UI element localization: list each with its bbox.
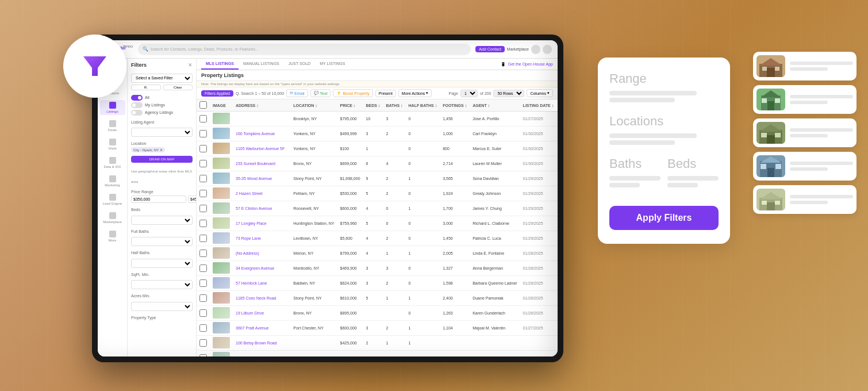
row-address[interactable]: 17 Longley Place — [233, 216, 290, 231]
row-checkbox[interactable] — [197, 216, 210, 231]
property-card-1[interactable] — [753, 52, 857, 80]
acres-select[interactable] — [131, 302, 193, 311]
row-checkbox[interactable] — [197, 112, 210, 126]
clear-filter-button[interactable]: Clear — [163, 85, 193, 90]
all-toggle[interactable]: All — [131, 95, 193, 101]
beds-select[interactable] — [131, 216, 193, 225]
half-baths-select[interactable] — [131, 259, 193, 268]
row-baths — [383, 141, 405, 156]
property-card-2[interactable] — [753, 85, 857, 114]
rows-select[interactable]: 50 Rows — [493, 90, 524, 97]
sqft-select[interactable] — [131, 280, 193, 289]
row-address[interactable]: 73 Rope Lane — [233, 231, 290, 246]
agency-listings-toggle-switch[interactable] — [131, 110, 143, 116]
tab-my-listings[interactable]: MY LISTINGS — [315, 59, 349, 70]
location-section: Location City - Nyack, NY ✕ DRAW ON MAP … — [131, 141, 193, 185]
row-address[interactable]: 226 Sunset Boulevard 12225 — [233, 351, 290, 357]
row-checkbox[interactable] — [197, 276, 210, 291]
row-checkbox[interactable] — [197, 141, 210, 156]
tab-just-sold[interactable]: JUST SOLD — [284, 59, 315, 70]
row-address[interactable]: 35-35 Wood Avenue — [233, 171, 290, 186]
row-footings: 1,450 — [440, 231, 470, 246]
row-address[interactable]: (No Address) — [233, 246, 290, 261]
columns-button[interactable]: Columns ▾ — [527, 89, 553, 97]
property-card-3[interactable] — [753, 118, 857, 147]
row-checkbox[interactable] — [197, 306, 210, 321]
sidebar-item-data[interactable]: Data & IDX — [100, 155, 125, 170]
row-address[interactable]: 160 Tompkins Avenue — [233, 126, 290, 141]
filters-close-button[interactable]: ✕ — [188, 62, 193, 68]
draw-on-map-button[interactable]: DRAW ON MAP — [131, 156, 193, 163]
row-half-baths: 0 — [406, 112, 440, 126]
sidebar-item-marketing[interactable]: Marketing — [100, 174, 125, 189]
full-baths-select[interactable] — [131, 237, 193, 246]
property-image-3 — [756, 122, 785, 144]
row-address[interactable]: 57 E Clinton Avenue — [233, 201, 290, 216]
location-label: Location — [131, 141, 193, 145]
boost-button[interactable]: ⚡ Boost Property — [333, 89, 372, 97]
row-checkbox[interactable] — [197, 351, 210, 357]
sidebar-item-more[interactable]: More — [100, 229, 125, 244]
row-address[interactable]: 1185 Coes Neck Road — [233, 291, 290, 306]
present-button[interactable]: Present — [375, 90, 396, 97]
all-toggle-switch[interactable] — [131, 95, 143, 101]
my-listings-toggle[interactable]: My Listings — [131, 102, 193, 108]
row-checkbox[interactable] — [197, 126, 210, 141]
row-checkbox[interactable] — [197, 186, 210, 201]
sidebar-item-vitals[interactable]: Vitals — [100, 137, 125, 152]
row-checkbox[interactable] — [197, 336, 210, 351]
row-address[interactable]: 34 Evergreen Avenue — [233, 261, 290, 276]
my-listings-toggle-switch[interactable] — [131, 102, 143, 108]
row-checkbox[interactable] — [197, 261, 210, 276]
col-location: LOCATION ↕ — [290, 99, 337, 112]
notifications-icon[interactable] — [531, 45, 540, 54]
row-checkbox[interactable] — [197, 231, 210, 246]
row-address[interactable]: 19 Lilburn Drive — [233, 306, 290, 321]
open-house-link[interactable]: 📱 Get the Open House App — [501, 59, 553, 70]
sidebar-item-marketplace[interactable]: Marketplace — [100, 210, 125, 225]
select-all-checkbox[interactable] — [199, 101, 207, 109]
row-address[interactable]: 2 Hazen Street — [233, 186, 290, 201]
email-button[interactable]: ✉ Email — [286, 89, 308, 97]
svg-rect-24 — [775, 164, 781, 169]
marketplace-button[interactable]: Marketplace — [507, 47, 529, 51]
row-address[interactable]: 1105 Warburton Avenue 5F — [233, 141, 290, 156]
row-checkbox[interactable] — [197, 321, 210, 336]
row-checkbox[interactable] — [197, 246, 210, 261]
page-select[interactable]: 1 — [460, 90, 478, 97]
row-baths: 0 — [383, 216, 405, 231]
apply-filters-button[interactable]: Apply Filters — [609, 206, 719, 230]
row-checkbox[interactable] — [197, 171, 210, 186]
row-address[interactable]: 233 Sunset Boulevard — [233, 156, 290, 171]
row-address[interactable] — [233, 112, 290, 126]
save-filter-button[interactable]: R. — [131, 85, 161, 90]
filters-active-button[interactable]: Filters Applied — [201, 90, 233, 97]
sidebar-item-deals[interactable]: Deals — [100, 118, 125, 133]
property-card-4[interactable] — [753, 152, 857, 181]
price-from-input[interactable] — [131, 195, 186, 203]
listing-agent-select[interactable] — [131, 128, 193, 137]
global-search[interactable]: 🔍 Search for Contacts, Listings, Deals, … — [138, 44, 471, 55]
user-avatar[interactable] — [543, 45, 552, 54]
saved-filter-select[interactable]: Select a Saved Filter — [131, 74, 193, 83]
tab-mls-listings[interactable]: MLS LISTINGS — [201, 59, 239, 70]
text-button[interactable]: 💬 Text — [310, 89, 331, 97]
price-to-input[interactable] — [188, 195, 197, 203]
row-agent: Duane Pamoniak — [470, 291, 520, 306]
row-checkbox[interactable] — [197, 291, 210, 306]
sidebar-item-leads[interactable]: Lead Engine — [100, 192, 125, 207]
add-contact-button[interactable]: Add Contact — [475, 46, 505, 52]
sidebar-item-listings[interactable]: Listings — [100, 100, 125, 115]
property-card-5[interactable] — [753, 185, 857, 214]
tab-manual-listings[interactable]: MANUAL LISTINGS — [239, 59, 284, 70]
row-address[interactable]: 3607 Pratt Avenue — [233, 321, 290, 336]
row-address[interactable]: 57 Hemlock Lane — [233, 276, 290, 291]
location-tag[interactable]: City - Nyack, NY ✕ — [131, 147, 165, 152]
row-checkbox[interactable] — [197, 201, 210, 216]
table-row: 226 Sunset Boulevard 12225 Bronx, NY 01/… — [197, 351, 558, 357]
row-address[interactable]: 100 Betsy Brown Road — [233, 336, 290, 351]
agency-listings-toggle[interactable]: Agency Listings — [131, 110, 193, 116]
row-mls-id: 814694 — [556, 201, 558, 216]
more-actions-button[interactable]: More Actions ▾ — [398, 89, 432, 97]
row-checkbox[interactable] — [197, 156, 210, 171]
